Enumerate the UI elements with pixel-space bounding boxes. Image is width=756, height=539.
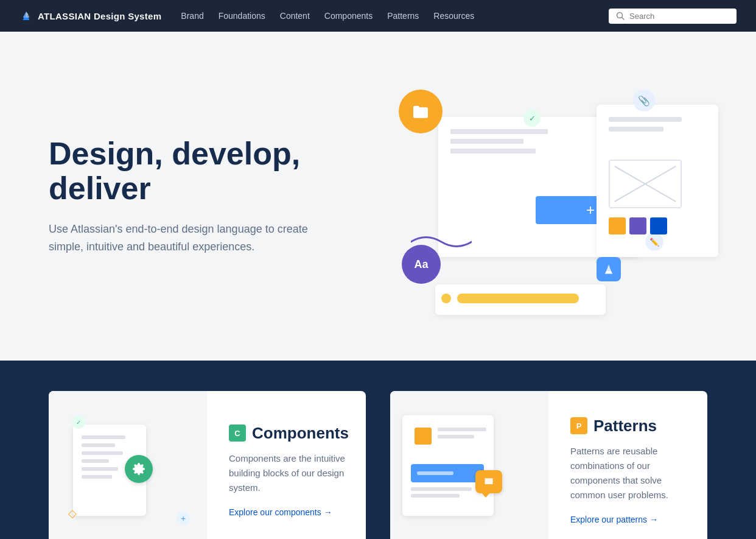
color-square-orange <box>609 217 626 234</box>
logo-area[interactable]: ATLASSIAN Design System <box>19 9 161 23</box>
patterns-title-row: P Patterns <box>570 417 685 435</box>
comp-line <box>82 459 109 463</box>
comp-diamond-icon: ◇ <box>68 507 77 520</box>
components-illustration: ✓ + ◇ <box>49 391 207 539</box>
pattern-yellow-square <box>415 428 432 445</box>
search-icon <box>616 12 625 20</box>
patterns-card-content: P Patterns Patterns are reusable combina… <box>548 391 707 539</box>
pattern-small-bars <box>411 487 472 498</box>
navbar: ATLASSIAN Design System Brand Foundation… <box>0 0 756 32</box>
atlassian-small-icon <box>603 263 615 275</box>
components-doc-lines <box>82 435 125 479</box>
components-title-row: C Components <box>229 424 349 443</box>
illustration-bottom-card <box>435 284 606 315</box>
pattern-lines <box>438 428 486 439</box>
feature-section: ✓ + ◇ C Components Components are the in… <box>0 361 756 539</box>
illustration-plus-icon: + <box>586 202 595 219</box>
illustration-line <box>450 149 536 153</box>
patterns-card-title: Patterns <box>593 417 657 435</box>
search-box[interactable] <box>609 9 737 24</box>
components-card-desc: Components are the intuitive building bl… <box>229 451 349 495</box>
pattern-small-bar <box>411 494 460 498</box>
svg-line-1 <box>622 18 625 20</box>
folder-icon <box>411 102 430 121</box>
atlassian-logo-icon <box>19 9 33 23</box>
nav-link-brand[interactable]: Brand <box>181 11 203 21</box>
components-card: ✓ + ◇ C Components Components are the in… <box>49 391 366 539</box>
comp-line <box>82 475 112 479</box>
comp-check-circle: ✓ <box>72 415 85 429</box>
illustration-right-lines <box>609 117 682 132</box>
check-symbol: ✓ <box>529 114 536 123</box>
hero-title: Design, develop, deliver <box>49 136 341 206</box>
pattern-blue-area <box>411 464 484 482</box>
components-card-title: Components <box>252 424 349 443</box>
comp-line <box>82 467 118 471</box>
illustration-pencil-icon: ✏️ <box>645 233 663 251</box>
hero-text: Design, develop, deliver Use Atlassian's… <box>49 136 341 256</box>
settings-icon <box>132 462 145 476</box>
pattern-chat-bubble <box>475 470 502 493</box>
nav-link-foundations[interactable]: Foundations <box>219 11 265 21</box>
illustration-bottom-dot <box>441 294 451 303</box>
chat-icon <box>483 476 495 487</box>
illustration-lines <box>450 129 548 153</box>
illustration-orange-circle <box>399 90 443 133</box>
illustration-check-circle: ✓ <box>523 110 541 127</box>
paperclip-symbol: 📎 <box>638 95 650 107</box>
illustration-line <box>450 139 523 144</box>
comp-line <box>82 435 125 439</box>
patterns-illustration <box>390 391 548 539</box>
nav-link-content[interactable]: Content <box>280 11 310 21</box>
pattern-line <box>438 435 474 439</box>
color-square-purple <box>629 217 646 234</box>
typography-label: Aa <box>414 258 428 271</box>
nav-link-components[interactable]: Components <box>324 11 373 21</box>
illustration-atlassian-icon <box>597 257 621 281</box>
nav-links: Brand Foundations Content Components Pat… <box>181 10 474 21</box>
patterns-explore-link[interactable]: Explore our patterns → <box>570 515 685 524</box>
illustration-wave <box>411 230 472 254</box>
components-tag: C <box>229 425 246 442</box>
components-explore-link[interactable]: Explore our components → <box>229 507 349 517</box>
search-input[interactable] <box>629 12 729 21</box>
patterns-doc-card <box>402 415 494 516</box>
patterns-card-desc: Patterns are reusable combinations of ou… <box>570 444 685 502</box>
illustration-clip-icon: 📎 <box>633 90 655 111</box>
logo-text: ATLASSIAN Design System <box>38 11 161 21</box>
comp-green-circle <box>125 455 153 483</box>
pattern-blue-bar-inner <box>417 471 453 475</box>
hero-subtitle: Use Atlassian's end-to-end design langua… <box>49 220 341 256</box>
comp-plus-symbol: + <box>181 513 186 523</box>
illustration-line <box>450 129 548 134</box>
hero-section: Design, develop, deliver Use Atlassian's… <box>0 32 756 361</box>
nav-link-resources[interactable]: Resources <box>433 11 474 21</box>
illustration-bottom-bar <box>457 294 579 303</box>
pattern-small-bar <box>411 487 472 491</box>
nav-left: ATLASSIAN Design System Brand Foundation… <box>19 9 474 23</box>
illustration-line <box>609 117 682 122</box>
comp-check-symbol: ✓ <box>76 419 81 426</box>
color-square-blue <box>650 217 667 234</box>
components-card-content: C Components Components are the intuitiv… <box>207 391 366 539</box>
illustration-image-placeholder <box>609 160 682 208</box>
hero-illustration: + Aa <box>365 68 707 324</box>
pattern-line <box>438 428 486 431</box>
comp-line <box>82 451 123 455</box>
patterns-card: P Patterns Patterns are reusable combina… <box>390 391 707 539</box>
illustration-line <box>609 127 663 132</box>
illustration-color-squares <box>609 217 667 234</box>
comp-plus-circle: + <box>177 512 190 525</box>
comp-line <box>82 443 115 447</box>
nav-link-patterns[interactable]: Patterns <box>387 11 419 21</box>
patterns-tag: P <box>570 417 587 434</box>
pencil-symbol: ✏️ <box>649 238 659 247</box>
